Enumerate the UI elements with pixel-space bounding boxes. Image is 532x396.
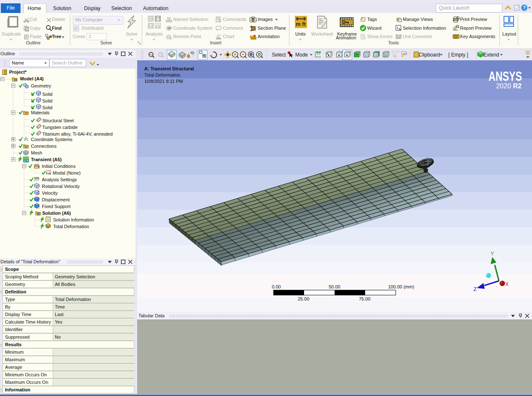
svg-text:T=0: T=0 xyxy=(35,165,39,168)
svg-text:ANSYS: ANSYS xyxy=(489,69,522,84)
svg-text:100: 100 xyxy=(402,52,407,55)
svg-text:X: X xyxy=(505,281,509,287)
svg-text:A: Transient Structural: A: Transient Structural xyxy=(144,66,194,71)
svg-text:50.00: 50.00 xyxy=(329,284,340,289)
svg-text:Z: Z xyxy=(473,286,477,292)
svg-text:ABC: ABC xyxy=(251,36,257,39)
svg-text:Total Deformation: Total Deformation xyxy=(144,72,180,77)
svg-text:i: i xyxy=(48,218,49,221)
svg-text:25.00: 25.00 xyxy=(298,296,309,301)
svg-text:m ft: m ft xyxy=(296,21,306,27)
svg-text:T=0: T=0 xyxy=(46,172,51,175)
svg-text:100.00 (mm): 100.00 (mm) xyxy=(388,284,414,289)
svg-text:2020 R2: 2020 R2 xyxy=(496,82,522,90)
svg-text:10/8/2021 8:11 PM: 10/8/2021 8:11 PM xyxy=(144,79,183,84)
svg-text:75.00: 75.00 xyxy=(359,296,371,301)
svg-text:0.00: 0.00 xyxy=(272,284,281,289)
svg-text:Y: Y xyxy=(491,251,494,257)
svg-text:mft: mft xyxy=(396,36,401,39)
svg-text:C: C xyxy=(219,18,222,23)
svg-text:i: i xyxy=(397,26,398,30)
